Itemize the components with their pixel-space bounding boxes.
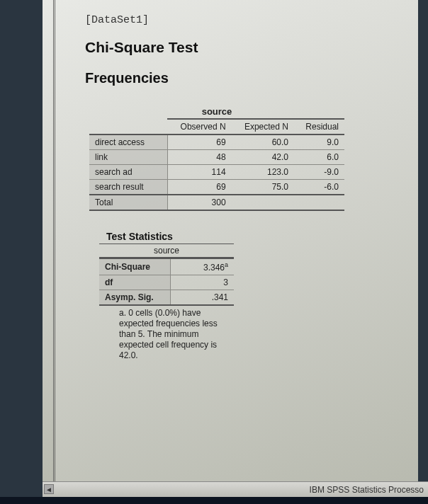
row-label: Total (89, 195, 167, 210)
stats-subhead: source (99, 244, 234, 258)
cell: 3 (170, 275, 234, 290)
table-row: direct access 69 60.0 9.0 (89, 134, 344, 150)
cell: 3.346a (170, 258, 234, 275)
cell: .341 (170, 290, 234, 306)
cell: 42.0 (232, 150, 294, 165)
cell: 114 (167, 165, 232, 180)
row-label: link (89, 150, 167, 165)
row-label: Asymp. Sig. (99, 290, 170, 306)
table-row: Chi-Square 3.346a (99, 258, 234, 275)
freq-header-residual: Residual (294, 119, 344, 134)
cell: -9.0 (294, 165, 344, 180)
table-row-total: Total 300 (89, 195, 344, 210)
cell: 69 (167, 180, 232, 195)
cell: 9.0 (294, 134, 344, 150)
row-label: search result (89, 180, 167, 195)
section-title: Frequencies (85, 70, 397, 86)
table-row: search result 69 75.0 -6.0 (89, 180, 344, 195)
cell: 6.0 (294, 150, 344, 165)
table-row: search ad 114 123.0 -9.0 (89, 165, 344, 180)
cell: 300 (167, 195, 232, 210)
freq-header-observed: Observed N (167, 119, 232, 134)
cell: 60.0 (232, 134, 294, 150)
page-margin-rule (43, 0, 55, 488)
cell (294, 195, 344, 210)
status-bar: ◄ IBM SPSS Statistics Processo (43, 481, 428, 497)
row-label: Chi-Square (99, 258, 170, 275)
test-statistics-table: Test Statistics source Chi-Square 3.346a… (99, 231, 234, 361)
row-label: df (99, 275, 170, 290)
cell: 48 (167, 150, 232, 165)
cell: 75.0 (232, 180, 294, 195)
table-row: df 3 (99, 275, 234, 290)
taskbar-edge (0, 497, 428, 504)
frequencies-table: source Observed N Expected N Residual di… (89, 106, 344, 211)
status-text: IBM SPSS Statistics Processo (310, 485, 424, 495)
cell (232, 195, 294, 210)
stats-footnote: a. 0 cells (0.0%) have expected frequenc… (119, 308, 218, 361)
table-row: Asymp. Sig. .341 (99, 290, 234, 306)
table-row: link 48 42.0 6.0 (89, 150, 344, 165)
main-title: Chi-Square Test (85, 39, 397, 56)
row-label: search ad (89, 165, 167, 180)
cell: 123.0 (232, 165, 294, 180)
cell: -6.0 (294, 180, 344, 195)
output-page: [DataSet1] Chi-Square Test Frequencies s… (43, 0, 418, 488)
stats-title: Test Statistics (106, 231, 234, 242)
freq-table-title: source (89, 106, 344, 117)
row-label: direct access (89, 134, 167, 150)
freq-header-expected: Expected N (232, 119, 294, 134)
dataset-label: [DataSet1] (85, 14, 397, 26)
scroll-left-button[interactable]: ◄ (44, 484, 54, 494)
cell: 69 (167, 134, 232, 150)
